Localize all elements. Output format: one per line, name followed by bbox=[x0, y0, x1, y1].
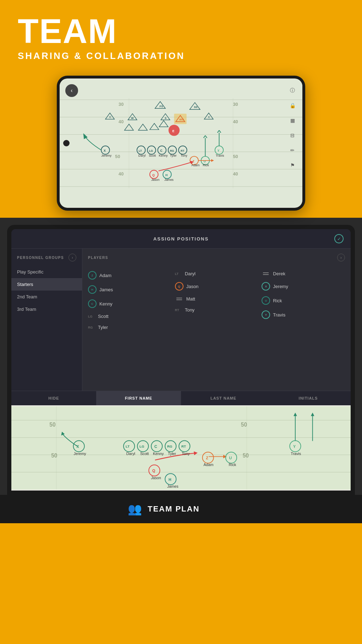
player-name-tony: Tony bbox=[185, 307, 194, 313]
confirm-button[interactable]: ✓ bbox=[334, 234, 344, 243]
tablet-screen: ASSIGN POSITIONS ✓ PERSONNEL GROUPS › Pl… bbox=[11, 229, 351, 491]
edit-icon[interactable]: ✏ bbox=[287, 145, 297, 155]
group-item-play-specific[interactable]: Play Specific bbox=[11, 266, 82, 278]
svg-text:Q: Q bbox=[152, 469, 155, 473]
svg-text:Jeremy: Jeremy bbox=[101, 154, 111, 157]
players-nav[interactable]: › bbox=[337, 254, 345, 261]
svg-text:C: C bbox=[160, 149, 163, 152]
bottom-field-svg: 50 50 50 50 bbox=[11, 405, 351, 491]
player-badge-jason: Q bbox=[175, 282, 183, 291]
position-rg: RG bbox=[88, 326, 95, 329]
lock-icon[interactable]: 🔒 bbox=[287, 101, 297, 110]
position-rt: RT bbox=[175, 308, 182, 312]
player-jeremy: X Jeremy bbox=[262, 280, 345, 292]
svg-text:50: 50 bbox=[115, 154, 120, 159]
svg-text:WG: WG bbox=[179, 118, 184, 121]
player-badge-jeremy: X bbox=[262, 282, 270, 291]
svg-text:40: 40 bbox=[233, 172, 238, 177]
personnel-groups-header: PERSONNEL GROUPS › bbox=[11, 254, 82, 266]
svg-text:RT: RT bbox=[181, 444, 186, 448]
phone-container: ‹ ⓘ 🔒 ▦ ⊟ ✏ ⚑ bbox=[0, 72, 362, 218]
svg-text:E: E bbox=[172, 129, 175, 133]
svg-text:50: 50 bbox=[241, 422, 247, 428]
svg-text:H: H bbox=[165, 173, 168, 177]
player-jason: Q Jason bbox=[175, 280, 258, 292]
position-lg: LG bbox=[88, 315, 95, 318]
svg-text:James: James bbox=[167, 484, 179, 488]
svg-text:Scott: Scott bbox=[140, 451, 149, 456]
svg-text:RG: RG bbox=[170, 149, 174, 152]
svg-text:Y: Y bbox=[293, 444, 296, 449]
svg-text:Tyler: Tyler bbox=[168, 451, 176, 456]
player-scott: LG Scott bbox=[88, 312, 171, 321]
svg-text:50: 50 bbox=[243, 453, 249, 459]
svg-text:SS: SS bbox=[194, 105, 197, 109]
svg-text:Daryl: Daryl bbox=[138, 154, 146, 157]
player-name-jeremy: Jeremy bbox=[273, 284, 288, 289]
tab-first-name[interactable]: FIRST NAME bbox=[96, 391, 181, 405]
phone-device: ‹ ⓘ 🔒 ▦ ⊟ ✏ ⚑ bbox=[57, 76, 305, 211]
svg-text:Adam: Adam bbox=[191, 163, 199, 167]
group-item-starters[interactable]: Starters bbox=[11, 278, 82, 291]
page-subtitle: SHARING & COLLABORATION bbox=[18, 50, 344, 61]
film-icon[interactable]: ▦ bbox=[287, 115, 297, 125]
svg-text:C: C bbox=[109, 115, 111, 119]
svg-text:50: 50 bbox=[49, 422, 56, 428]
player-badge-kenny: C bbox=[88, 299, 97, 308]
svg-text:Kenny: Kenny bbox=[153, 451, 164, 456]
back-button[interactable]: ‹ bbox=[65, 84, 78, 97]
player-name-rick: Rick bbox=[273, 298, 282, 303]
svg-text:Z: Z bbox=[206, 456, 208, 460]
svg-text:W: W bbox=[131, 117, 134, 120]
player-name-scott: Scott bbox=[98, 314, 109, 319]
player-adam: Z Adam bbox=[88, 269, 171, 281]
player-tony: RT Tony bbox=[175, 305, 258, 314]
svg-text:H: H bbox=[169, 477, 171, 482]
person-icon[interactable]: ⚑ bbox=[287, 160, 297, 170]
svg-text:Q: Q bbox=[152, 173, 155, 177]
team-plan-icon: 👥 bbox=[128, 502, 142, 516]
svg-text:FS: FS bbox=[159, 105, 163, 108]
svg-text:40: 40 bbox=[119, 119, 124, 124]
svg-text:Kenny: Kenny bbox=[159, 154, 168, 157]
assign-positions-title: ASSIGN POSITIONS bbox=[28, 236, 334, 242]
tab-last-name[interactable]: LAST NAME bbox=[181, 391, 266, 405]
svg-text:Scott: Scott bbox=[149, 154, 156, 157]
svg-text:C: C bbox=[208, 115, 210, 119]
panel-container: PERSONNEL GROUPS › Play Specific Starter… bbox=[11, 249, 351, 391]
personnel-groups-nav[interactable]: › bbox=[68, 254, 76, 261]
svg-rect-77 bbox=[11, 406, 351, 489]
tab-initials[interactable]: INITIALS bbox=[266, 391, 351, 405]
page-title: TEAM bbox=[18, 14, 344, 48]
players-header: PLAYERS › bbox=[82, 254, 351, 266]
player-badge-adam: Z bbox=[88, 271, 97, 280]
info-icon[interactable]: ⓘ bbox=[287, 86, 297, 96]
player-james: H James bbox=[88, 283, 171, 296]
group-item-3rd-team[interactable]: 3rd Team bbox=[11, 303, 82, 315]
svg-text:Jason: Jason bbox=[151, 178, 160, 182]
svg-text:LT: LT bbox=[139, 149, 142, 152]
player-badge-travis: Y bbox=[262, 310, 270, 319]
group-item-2nd-team[interactable]: 2nd Team bbox=[11, 291, 82, 303]
football-field: 30 30 40 40 50 50 40 40 FS SS C bbox=[60, 79, 302, 208]
svg-text:LG: LG bbox=[139, 444, 144, 448]
layers-icon[interactable]: ⊟ bbox=[287, 130, 297, 140]
player-name-matt: Matt bbox=[186, 296, 195, 302]
svg-text:Travis: Travis bbox=[216, 154, 224, 157]
player-matt: Matt bbox=[175, 294, 258, 303]
svg-text:Tony: Tony bbox=[182, 451, 190, 456]
tab-hide[interactable]: HIDE bbox=[11, 391, 96, 405]
player-name-adam: Adam bbox=[99, 273, 111, 278]
tablet-container: ASSIGN POSITIONS ✓ PERSONNEL GROUPS › Pl… bbox=[0, 218, 362, 495]
player-name-tyler: Tyler bbox=[98, 325, 108, 330]
svg-text:C: C bbox=[154, 444, 157, 449]
player-daryl: LT Daryl bbox=[175, 269, 258, 278]
svg-text:30: 30 bbox=[119, 102, 124, 107]
svg-text:Travis: Travis bbox=[291, 451, 301, 456]
right-icons: ⓘ 🔒 ▦ ⊟ ✏ ⚑ bbox=[287, 86, 297, 170]
svg-text:40: 40 bbox=[233, 119, 238, 124]
svg-text:50: 50 bbox=[233, 154, 238, 159]
header-section: TEAM SHARING & COLLABORATION bbox=[0, 0, 362, 72]
tablet-device: ASSIGN POSITIONS ✓ PERSONNEL GROUPS › Pl… bbox=[7, 225, 355, 495]
svg-text:40: 40 bbox=[119, 172, 124, 177]
